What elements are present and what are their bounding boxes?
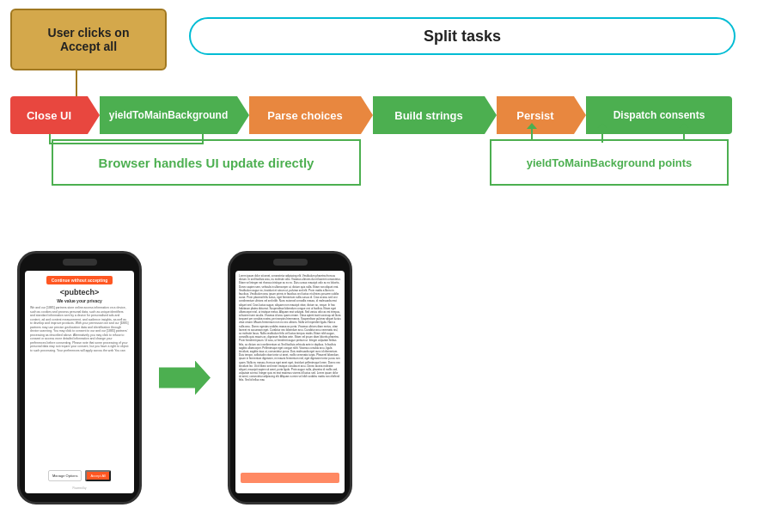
privacy-body: We and our [1885] partners store online …: [28, 306, 131, 353]
continue-btn: Continue without accepting: [46, 276, 113, 284]
pipeline-parse-choices: Parse choices: [249, 96, 361, 134]
split-tasks-pill: Split tasks: [189, 17, 736, 55]
privacy-buttons: Manage Options Accept All: [48, 470, 111, 481]
upward-arrow-2: [601, 129, 603, 139]
phone-notch-2: [273, 259, 308, 266]
pipeline-yield-main: yieldToMainBackground: [100, 96, 237, 134]
user-click-label: User clicks on Accept all: [48, 26, 130, 53]
split-tasks-label: Split tasks: [424, 28, 501, 46]
article-text: Lorem ipsum dolor sit amet, consectetur …: [235, 271, 345, 493]
browser-handles-box: Browser handles UI update directly: [52, 139, 361, 186]
pipeline-dispatch-consents: Dispatch consents: [586, 96, 732, 134]
pubtech-brand: <pubtech>: [60, 288, 100, 297]
yield-points-box: yieldToMainBackground points: [490, 139, 729, 186]
transition-arrow: [159, 361, 211, 395]
upward-arrow-1: [531, 129, 533, 139]
user-click-box: User clicks on Accept all: [10, 9, 167, 70]
arrow2: [237, 96, 249, 134]
manage-options-button[interactable]: Manage Options: [48, 470, 82, 481]
upward-arrow-3: [683, 129, 685, 139]
pipeline-close-ui: Close UI: [10, 96, 88, 134]
accept-all-button[interactable]: Accept All: [85, 470, 111, 481]
privacy-screen: Continue without accepting <pubtech> We …: [25, 271, 134, 493]
bottom-section: Continue without accepting <pubtech> We …: [0, 223, 763, 532]
yield-vert-down: [601, 139, 603, 143]
arrow1: [88, 96, 100, 134]
privacy-logo: Powered by: [73, 486, 87, 490]
phone-screen-1: Continue without accepting <pubtech> We …: [25, 271, 134, 493]
phone-notch-1: [63, 259, 97, 266]
top-section: User clicks on Accept all Split tasks Cl…: [0, 0, 763, 223]
phone-mockup-2: Lorem ipsum dolor sit amet, consectetur …: [228, 251, 352, 504]
arrow3: [361, 96, 373, 134]
pipeline-build-strings: Build strings: [373, 96, 485, 134]
phone-mockup-1: Continue without accepting <pubtech> We …: [17, 251, 142, 504]
conn-horiz-left: [49, 143, 204, 144]
conn-vert-down-left: [202, 134, 204, 144]
pipeline-row: Close UI yieldToMainBackground Parse cho…: [10, 96, 753, 134]
arrow5: [574, 96, 586, 134]
phone-screen-2: Lorem ipsum dolor sit amet, consectetur …: [235, 271, 345, 493]
conn-close-ui-down: [49, 134, 51, 143]
arrow4: [485, 96, 497, 134]
yield-horiz-line: [531, 139, 686, 141]
privacy-subtitle: We value your privacy: [57, 298, 102, 303]
arrow-down-left: [76, 70, 77, 96]
accept-highlight: [241, 473, 339, 483]
arrow-shape: [159, 361, 211, 395]
